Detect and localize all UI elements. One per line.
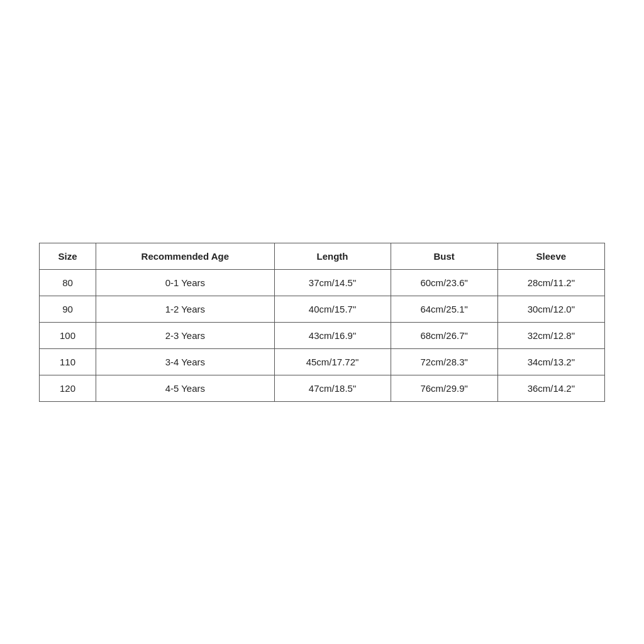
table-row: 800-1 Years37cm/14.5"60cm/23.6"28cm/11.2…	[40, 269, 605, 296]
cell-age: 0-1 Years	[96, 269, 274, 296]
cell-bust: 76cm/29.9"	[391, 375, 497, 401]
cell-bust: 60cm/23.6"	[391, 269, 497, 296]
table-row: 1002-3 Years43cm/16.9"68cm/26.7"32cm/12.…	[40, 322, 605, 348]
cell-bust: 68cm/26.7"	[391, 322, 497, 348]
header-sleeve: Sleeve	[497, 243, 604, 269]
size-chart-table: Size Recommended Age Length Bust Sleeve …	[39, 243, 605, 402]
cell-age: 2-3 Years	[96, 322, 274, 348]
cell-age: 4-5 Years	[96, 375, 274, 401]
cell-size: 100	[40, 322, 96, 348]
cell-age: 1-2 Years	[96, 296, 274, 322]
cell-size: 110	[40, 348, 96, 375]
cell-sleeve: 32cm/12.8"	[497, 322, 604, 348]
table-row: 1204-5 Years47cm/18.5"76cm/29.9"36cm/14.…	[40, 375, 605, 401]
size-chart-container: Size Recommended Age Length Bust Sleeve …	[39, 243, 605, 402]
cell-sleeve: 34cm/13.2"	[497, 348, 604, 375]
cell-size: 80	[40, 269, 96, 296]
cell-length: 45cm/17.72"	[274, 348, 391, 375]
cell-length: 40cm/15.7"	[274, 296, 391, 322]
cell-bust: 64cm/25.1"	[391, 296, 497, 322]
cell-bust: 72cm/28.3"	[391, 348, 497, 375]
header-length: Length	[274, 243, 391, 269]
table-row: 1103-4 Years45cm/17.72"72cm/28.3"34cm/13…	[40, 348, 605, 375]
table-header-row: Size Recommended Age Length Bust Sleeve	[40, 243, 605, 269]
cell-length: 37cm/14.5"	[274, 269, 391, 296]
cell-sleeve: 36cm/14.2"	[497, 375, 604, 401]
cell-length: 47cm/18.5"	[274, 375, 391, 401]
cell-size: 90	[40, 296, 96, 322]
header-bust: Bust	[391, 243, 497, 269]
table-row: 901-2 Years40cm/15.7"64cm/25.1"30cm/12.0…	[40, 296, 605, 322]
cell-sleeve: 28cm/11.2"	[497, 269, 604, 296]
header-size: Size	[40, 243, 96, 269]
cell-age: 3-4 Years	[96, 348, 274, 375]
cell-sleeve: 30cm/12.0"	[497, 296, 604, 322]
cell-size: 120	[40, 375, 96, 401]
cell-length: 43cm/16.9"	[274, 322, 391, 348]
header-recommended-age: Recommended Age	[96, 243, 274, 269]
